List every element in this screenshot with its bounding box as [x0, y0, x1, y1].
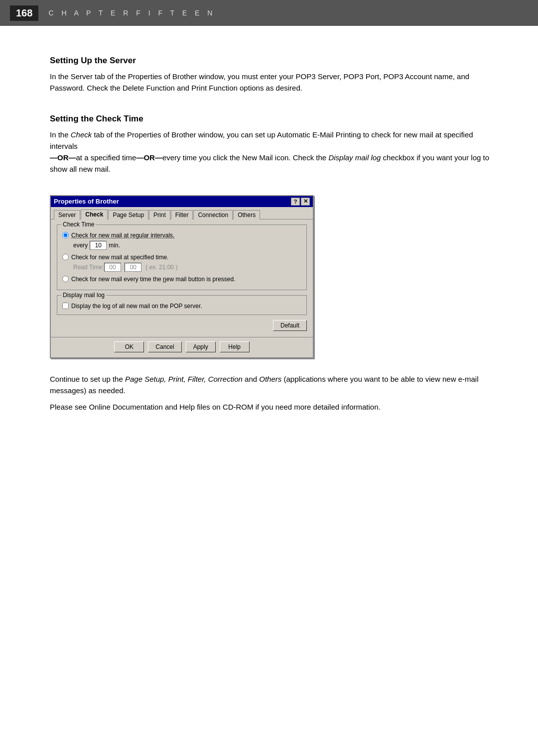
apply-button[interactable]: Apply — [186, 341, 216, 352]
page-header: 168 C H A P T E R F I F T E E N — [0, 0, 538, 26]
check-time-group: Check Time Check for new mail at regular… — [57, 224, 307, 290]
tab-print[interactable]: Print — [149, 210, 170, 219]
interval-input[interactable] — [90, 241, 107, 250]
section1-heading: Setting Up the Server — [50, 56, 498, 66]
every-label: every — [73, 242, 88, 249]
radio3-input[interactable] — [62, 276, 69, 282]
section2-bold2: —OR— — [136, 153, 162, 162]
ok-button[interactable]: OK — [114, 341, 144, 352]
radio1-row: Check for new mail at regular intervals. — [62, 232, 301, 239]
read-time-min-input[interactable] — [125, 263, 141, 272]
section2-bold1: —OR— — [50, 153, 76, 162]
section2-body1-post: tab of the Properties of Brother window,… — [50, 130, 473, 150]
dialog-title: Properties of Brother — [54, 198, 119, 205]
footer-body2: Please see Online Documentation and Help… — [50, 401, 498, 413]
radio1-input[interactable] — [62, 232, 69, 238]
section2-body1-pre: In the — [50, 130, 71, 139]
radio3-label: Check for new mail every time the new ma… — [71, 276, 236, 283]
footer-italic2: Others — [259, 375, 281, 383]
dialog-body: Check Time Check for new mail at regular… — [51, 219, 313, 337]
section2-body1-italic: Check — [71, 130, 92, 139]
properties-dialog: Properties of Brother ? ✕ Server Check P… — [50, 195, 314, 358]
section2-mid: at a specified time — [76, 153, 136, 162]
cancel-button[interactable]: Cancel — [148, 341, 181, 352]
help-titlebar-button[interactable]: ? — [291, 198, 300, 206]
section2-body: In the Check tab of the Properties of Br… — [50, 129, 498, 175]
read-time-hint: ( ex. 21:00 ) — [145, 264, 177, 271]
page-number: 168 — [10, 5, 38, 21]
section1-body: In the Server tab of the Properties of B… — [50, 71, 498, 94]
radio2-label: Check for new mail at specified time. — [71, 254, 168, 261]
min-label: min. — [109, 242, 120, 249]
close-titlebar-button[interactable]: ✕ — [301, 198, 310, 206]
footer-pre: Continue to set up the — [50, 375, 125, 383]
tab-filter[interactable]: Filter — [171, 210, 193, 219]
read-time-hour-input[interactable] — [104, 263, 121, 272]
dialog-titlebar: Properties of Brother ? ✕ — [51, 196, 313, 207]
tab-connection[interactable]: Connection — [193, 210, 233, 219]
radio1-label: Check for new mail at regular intervals. — [71, 232, 174, 239]
footer-mid: and — [243, 375, 259, 383]
dialog-bottom-buttons: OK Cancel Apply Help — [51, 337, 313, 357]
read-time-label: Read Time: — [73, 264, 104, 271]
display-log-row: Display the log of all new mail on the P… — [62, 303, 301, 310]
footer-body1: Continue to set up the Page Setup, Print… — [50, 373, 498, 397]
read-time-row: Read Time: : ( ex. 21:00 ) — [73, 263, 301, 272]
titlebar-buttons: ? ✕ — [291, 198, 310, 206]
tab-server[interactable]: Server — [54, 210, 80, 219]
default-btn-row: Default — [57, 320, 307, 331]
main-content: Setting Up the Server In the Server tab … — [0, 26, 538, 756]
every-row: every min. — [73, 241, 301, 250]
display-log-checkbox[interactable] — [62, 303, 69, 309]
section2-post: every time you click the New Mail icon. … — [162, 153, 328, 162]
default-button[interactable]: Default — [273, 320, 307, 331]
dialog-tabs: Server Check Page Setup Print Filter Con… — [51, 207, 313, 219]
footer-italic1: Page Setup, Print, Filter, Correction — [125, 375, 243, 383]
radio2-row: Check for new mail at specified time. — [62, 254, 301, 261]
colon: : — [122, 264, 124, 271]
chapter-label: C H A P T E R F I F T E E N — [48, 9, 215, 17]
display-log-label: Display the log of all new mail on the P… — [71, 303, 202, 310]
check-time-label: Check Time — [61, 221, 96, 228]
help-button[interactable]: Help — [220, 341, 250, 352]
display-mail-group: Display mail log Display the log of all … — [57, 295, 307, 315]
section2-italic2: Display mail log — [328, 153, 381, 162]
tab-others[interactable]: Others — [233, 210, 260, 219]
radio2-input[interactable] — [62, 254, 69, 260]
tab-check[interactable]: Check — [81, 210, 108, 219]
tab-page-setup[interactable]: Page Setup — [108, 210, 148, 219]
radio3-row: Check for new mail every time the new ma… — [62, 276, 301, 283]
display-mail-label: Display mail log — [61, 292, 106, 299]
section2-heading: Setting the Check Time — [50, 114, 498, 124]
